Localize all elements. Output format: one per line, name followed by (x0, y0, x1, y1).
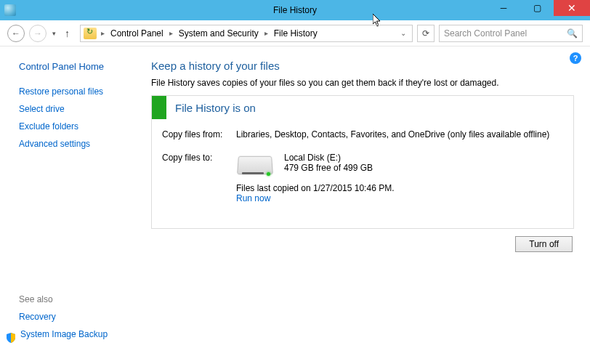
disk-name: Local Disk (E:) (284, 153, 373, 163)
disk-free: 479 GB free of 499 GB (284, 163, 373, 173)
minimize-button[interactable]: ─ (487, 0, 520, 16)
maximize-button[interactable]: ▢ (520, 0, 554, 16)
control-panel-home-link[interactable]: Control Panel Home (19, 61, 151, 72)
chevron-right-icon[interactable]: ▸ (262, 29, 271, 37)
search-box[interactable]: 🔍 (439, 25, 583, 42)
breadcrumb-segment[interactable]: System and Security (177, 28, 260, 39)
up-button[interactable]: ↑ (62, 28, 73, 39)
see-also-header: See also (19, 294, 151, 304)
search-icon[interactable]: 🔍 (567, 28, 578, 39)
chevron-right-icon[interactable]: ▸ (98, 29, 108, 37)
sidebar-link-restore[interactable]: Restore personal files (19, 86, 151, 97)
address-dropdown-icon[interactable]: ⌄ (397, 29, 409, 37)
breadcrumb-segment[interactable]: File History (272, 28, 319, 39)
app-icon (4, 4, 16, 16)
copy-from-label: Copy files from: (162, 129, 236, 139)
see-also-section: See also Recovery System Image Backup (19, 294, 151, 357)
see-also-recovery[interactable]: Recovery (19, 312, 151, 322)
page-description: File History saves copies of your files … (151, 78, 574, 88)
hard-drive-icon (236, 153, 274, 179)
location-icon (84, 28, 97, 39)
sidebar-link-exclude-folders[interactable]: Exclude folders (19, 121, 151, 132)
status-panel: File History is on Copy files from: Libr… (151, 95, 574, 229)
back-button[interactable]: ← (7, 25, 25, 42)
close-button[interactable]: ✕ (554, 0, 590, 16)
window-title: File History (273, 5, 317, 15)
turn-off-button[interactable]: Turn off (515, 236, 573, 252)
see-also-system-image-backup[interactable]: System Image Backup (20, 329, 108, 339)
drive-info: Local Disk (E:) 479 GB free of 499 GB (236, 153, 563, 179)
breadcrumb-segment[interactable]: Control Panel (109, 28, 165, 39)
status-title: File History is on (166, 102, 256, 114)
sidebar: Control Panel Home Restore personal file… (0, 46, 151, 364)
sidebar-link-select-drive[interactable]: Select drive (19, 104, 151, 114)
history-dropdown[interactable]: ▾ (51, 30, 57, 37)
search-input[interactable] (444, 28, 578, 39)
address-bar[interactable]: ▸ Control Panel ▸ System and Security ▸ … (80, 25, 413, 42)
titlebar: File History ─ ▢ ✕ (0, 0, 590, 20)
page-heading: Keep a history of your files (151, 60, 574, 72)
run-now-link[interactable]: Run now (236, 193, 270, 203)
window-controls: ─ ▢ ✕ (487, 0, 590, 16)
forward-button[interactable]: → (29, 25, 47, 42)
copy-to-label: Copy files to: (162, 153, 236, 203)
sidebar-link-advanced-settings[interactable]: Advanced settings (19, 139, 151, 149)
refresh-button[interactable]: ⟳ (417, 25, 435, 42)
copy-from-value: Libraries, Desktop, Contacts, Favorites,… (236, 129, 563, 139)
help-icon[interactable]: ? (570, 52, 581, 64)
shield-icon (6, 333, 16, 343)
main-content: ? Keep a history of your files File Hist… (151, 46, 590, 364)
navigation-bar: ← → ▾ ↑ ▸ Control Panel ▸ System and Sec… (0, 20, 590, 46)
last-copied-text: Files last copied on 1/27/2015 10:46 PM. (236, 183, 563, 193)
panel-header: File History is on (152, 96, 573, 119)
status-indicator (152, 96, 166, 119)
chevron-right-icon[interactable]: ▸ (166, 29, 176, 37)
